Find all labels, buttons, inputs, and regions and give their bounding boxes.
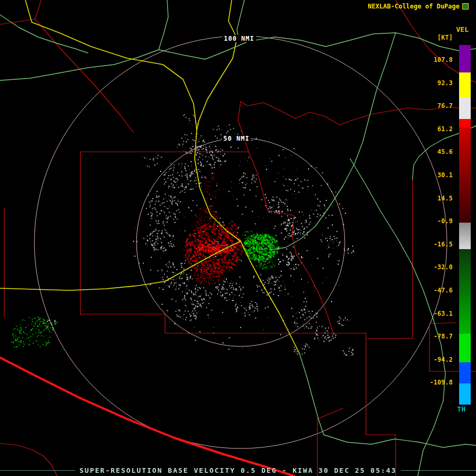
- range-ring-label: 50 NMI: [222, 135, 251, 142]
- scale-unit: [KT]: [437, 34, 453, 41]
- status-divider-right: [401, 470, 476, 471]
- highways: [25, 0, 241, 241]
- range-ring: [136, 138, 345, 346]
- county-borders: [35, 19, 133, 132]
- county-borders: [80, 314, 366, 333]
- product-status-bar: SUPER-RESOLUTION BASE VELOCITY 0.5 DEG -…: [0, 466, 476, 474]
- rivers: [0, 15, 88, 53]
- highways: [197, 0, 237, 130]
- county-borders: [249, 152, 333, 333]
- rivers: [159, 0, 168, 50]
- colorbar-segment: [459, 223, 471, 249]
- product-title: SUPER-RESOLUTION BASE VELOCITY 0.5 DEG -…: [79, 466, 396, 474]
- county-borders: [0, 0, 41, 24]
- site-credit: NEXLAB-College of DuPage: [368, 3, 469, 10]
- colorbar-segment: [459, 98, 471, 119]
- scale-threshold-label: TH: [457, 405, 465, 413]
- highways: [241, 241, 299, 353]
- colorbar-segment: [459, 334, 471, 362]
- highways: [0, 241, 241, 290]
- colorbar-segment: [459, 127, 471, 223]
- range-ring-label: 100 NMI: [222, 35, 256, 42]
- rivers: [299, 353, 324, 435]
- colorbar-segment: [459, 383, 471, 405]
- colorbar-segment: [459, 249, 471, 334]
- velocity-colorbar: [459, 45, 471, 405]
- colorbar-segment: [459, 119, 471, 127]
- status-divider-left: [0, 470, 75, 471]
- map-overlay: [0, 0, 476, 476]
- rivers: [324, 435, 476, 447]
- colorbar-segment: [459, 72, 471, 98]
- colorbar-segment: [459, 45, 471, 72]
- county-borders: [367, 180, 413, 338]
- nexlab-title: NEXLAB-College of DuPage: [368, 3, 460, 10]
- county-borders: [366, 333, 396, 476]
- colorbar-segment: [459, 362, 471, 383]
- county-borders: [241, 102, 476, 125]
- county-borders: [238, 102, 249, 152]
- county-borders: [429, 323, 456, 324]
- rivers: [350, 159, 445, 476]
- international-border: [0, 358, 294, 476]
- range-ring: [34, 36, 447, 448]
- radar-screen: 100 NMI50 NMI NEXLAB-College of DuPage V…: [0, 0, 476, 476]
- scale-title: VEL: [456, 25, 469, 33]
- rivers: [271, 33, 396, 250]
- county-borders: [317, 408, 343, 476]
- cod-logo-icon: [462, 3, 469, 10]
